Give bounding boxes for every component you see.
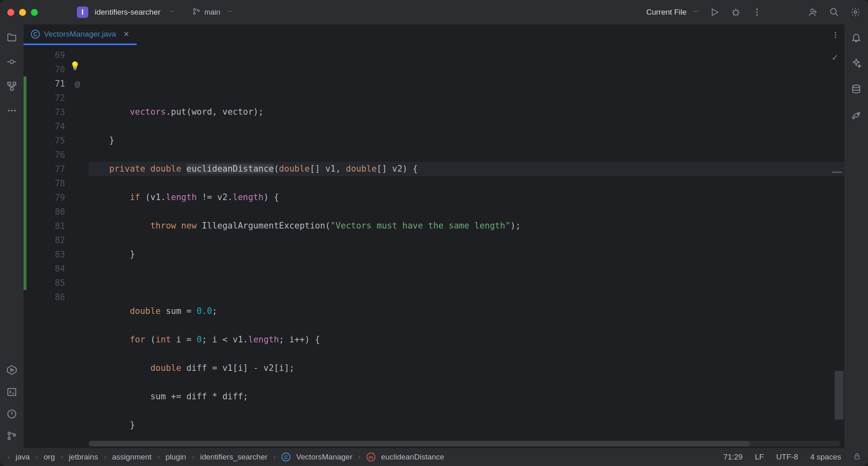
close-window-button[interactable] — [7, 9, 14, 16]
svg-rect-30 — [855, 456, 859, 459]
line-number[interactable]: 82 — [24, 233, 85, 247]
more-actions-button[interactable] — [752, 7, 762, 17]
svg-point-9 — [831, 9, 836, 14]
vcs-tool-button[interactable] — [6, 430, 17, 442]
tabs-menu-button[interactable] — [827, 24, 844, 45]
gutter[interactable]: 💡 69 70 71@ 72 73 74 75 76 77 78 79 80 8… — [24, 46, 85, 448]
svg-rect-13 — [13, 82, 16, 85]
line-number[interactable]: 85 — [24, 276, 85, 290]
minimize-window-button[interactable] — [19, 9, 26, 16]
svg-point-28 — [853, 85, 859, 88]
line-number[interactable]: 69 — [24, 48, 85, 62]
horizontal-scrollbar[interactable] — [89, 441, 840, 446]
tab-close-button[interactable]: ✕ — [123, 30, 129, 39]
line-separator[interactable]: LF — [755, 453, 764, 462]
line-number[interactable]: 78 — [24, 176, 85, 190]
line-number[interactable]: 79 — [24, 190, 85, 205]
svg-point-17 — [14, 110, 15, 111]
inspections-ok-icon[interactable]: ✓ — [832, 50, 838, 65]
breadcrumb-class[interactable]: VectorsManager — [296, 453, 352, 462]
line-number[interactable]: 84 — [24, 261, 85, 276]
breadcrumb-segment[interactable]: plugin — [166, 453, 186, 462]
more-tools-button[interactable] — [6, 105, 17, 116]
svg-point-7 — [756, 14, 758, 16]
code-editor[interactable]: ✓ vectors.put(word, vector); } private d… — [85, 46, 844, 448]
project-badge[interactable]: I — [77, 7, 88, 18]
database-tool-button[interactable] — [851, 84, 862, 95]
terminal-tool-button[interactable] — [6, 386, 17, 398]
line-number[interactable]: 75 — [24, 133, 85, 148]
line-number[interactable]: 73 — [24, 105, 85, 119]
intention-bulb-icon[interactable]: 💡 — [70, 61, 80, 71]
search-everywhere-button[interactable] — [829, 7, 840, 17]
svg-marker-18 — [7, 366, 16, 375]
window-controls — [7, 9, 38, 16]
svg-point-29 — [857, 114, 858, 115]
ai-assistant-button[interactable] — [851, 58, 862, 69]
line-number[interactable]: 72 — [24, 91, 85, 105]
svg-rect-12 — [8, 82, 11, 85]
zoom-window-button[interactable] — [31, 9, 38, 16]
svg-point-0 — [193, 8, 195, 10]
structure-tool-button[interactable] — [6, 81, 17, 92]
notifications-tool-button[interactable] — [851, 32, 862, 43]
gradle-tool-button[interactable] — [851, 110, 862, 121]
run-configuration-selector[interactable]: Current File ﹀ — [646, 8, 699, 17]
branch-chevron-icon: ﹀ — [227, 9, 233, 16]
readonly-lock-icon[interactable] — [853, 453, 861, 462]
line-number[interactable]: 71@ — [24, 76, 85, 91]
editor-body: 💡 69 70 71@ 72 73 74 75 76 77 78 79 80 8… — [24, 46, 844, 448]
svg-rect-20 — [8, 388, 16, 395]
problems-tool-button[interactable] — [6, 408, 17, 420]
breadcrumb-segment[interactable]: jetbrains — [69, 453, 98, 462]
breadcrumb-segment[interactable]: assignment — [112, 453, 151, 462]
line-number[interactable]: 77 — [24, 162, 85, 176]
statusbar: › java › org › jetbrains › assignment › … — [0, 448, 868, 466]
cursor-position[interactable]: 71:29 — [723, 453, 743, 462]
line-number[interactable]: 74 — [24, 119, 85, 133]
project-tool-button[interactable] — [6, 32, 17, 43]
svg-point-26 — [835, 34, 836, 35]
breadcrumb-method[interactable]: euclideanDistance — [381, 453, 444, 462]
scrollbar-thumb-vertical[interactable] — [835, 371, 844, 420]
svg-point-10 — [854, 11, 857, 13]
vcs-branch-widget[interactable]: main ﹀ — [192, 7, 233, 17]
indent-settings[interactable]: 4 spaces — [810, 453, 841, 462]
chevron-right-icon: › — [157, 453, 160, 462]
settings-button[interactable] — [850, 7, 861, 17]
chevron-right-icon: › — [35, 453, 38, 462]
breadcrumb-segment[interactable]: identifiers_searcher — [200, 453, 268, 462]
ide-window: I identifiers-searcher ﹀ main ﹀ Current … — [0, 0, 868, 466]
class-icon: C — [281, 453, 290, 462]
scrollbar-thumb-horizontal[interactable] — [89, 441, 750, 446]
breadcrumb-segment[interactable]: java — [15, 453, 30, 462]
class-file-icon: C — [31, 30, 40, 39]
line-number[interactable]: 80 — [24, 205, 85, 219]
svg-point-1 — [193, 12, 195, 14]
svg-point-8 — [811, 9, 814, 12]
method-icon: m — [366, 453, 375, 462]
recursive-call-icon[interactable]: @ — [75, 79, 80, 89]
code-with-me-button[interactable] — [808, 7, 818, 17]
line-number[interactable]: 83 — [24, 247, 85, 261]
chevron-right-icon: › — [192, 453, 194, 462]
svg-point-23 — [8, 438, 10, 440]
svg-point-5 — [756, 9, 758, 10]
debug-button[interactable] — [731, 7, 741, 17]
svg-point-11 — [10, 60, 14, 64]
error-stripe-mark[interactable] — [832, 172, 842, 173]
breadcrumb-segment[interactable]: org — [44, 453, 55, 462]
commit-tool-button[interactable] — [6, 56, 17, 68]
services-tool-button[interactable] — [6, 364, 17, 376]
line-number[interactable]: 76 — [24, 148, 85, 162]
file-encoding[interactable]: UTF-8 — [776, 453, 798, 462]
line-number[interactable]: 81 — [24, 219, 85, 233]
line-number[interactable]: 86 — [24, 290, 85, 304]
run-button[interactable] — [709, 7, 720, 17]
project-chevron-icon[interactable]: ﹀ — [170, 9, 175, 16]
svg-point-25 — [835, 32, 836, 33]
editor-tab-active[interactable]: C VectorsManager.java ✕ — [24, 24, 137, 45]
chevron-right-icon: › — [7, 453, 10, 462]
project-name[interactable]: identifiers-searcher — [95, 8, 161, 17]
titlebar: I identifiers-searcher ﹀ main ﹀ Current … — [0, 0, 868, 24]
